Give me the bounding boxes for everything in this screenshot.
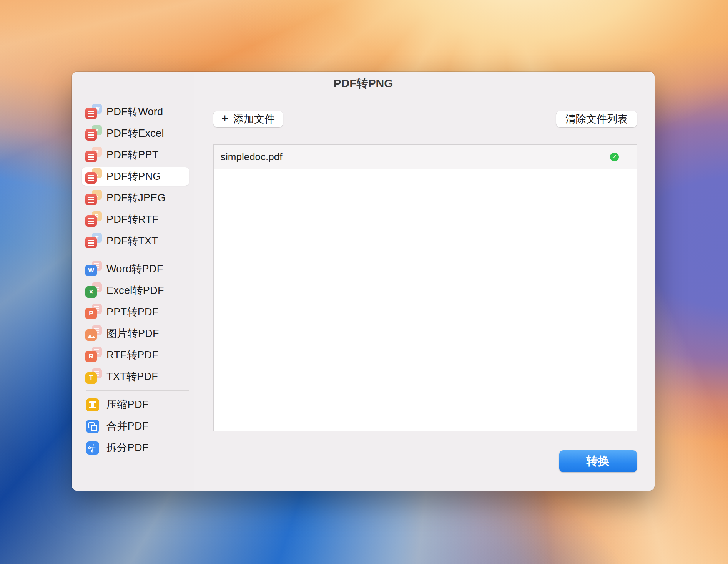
sidebar-item-word-to-pdf[interactable]: W Word转PDF [72, 258, 194, 280]
sidebar-item-pdf-to-excel[interactable]: × PDF转Excel [72, 123, 194, 144]
pdf-to-ppt-icon: P [85, 147, 102, 163]
pdf-to-word-icon: W [85, 104, 102, 120]
sidebar-item-image-to-pdf[interactable]: 图片转PDF [72, 323, 194, 344]
sidebar-item-label: PDF转TXT [106, 234, 158, 248]
pdf-to-txt-icon: T [85, 233, 102, 249]
sidebar-item-ppt-to-pdf[interactable]: P PPT转PDF [72, 301, 194, 323]
file-name: simpledoc.pdf [221, 151, 282, 163]
sidebar: W PDF转Word × PDF转Excel P PDF转PPT PDF转PNG [72, 72, 194, 491]
sidebar-item-pdf-to-txt[interactable]: T PDF转TXT [72, 230, 194, 252]
convert-button-label: 转换 [586, 453, 610, 469]
sidebar-item-label: RTF转PDF [106, 348, 158, 362]
sidebar-item-label: PDF转RTF [106, 212, 158, 226]
sidebar-item-pdf-to-rtf[interactable]: R PDF转RTF [72, 209, 194, 230]
main-content: + 添加文件 清除文件列表 simpledoc.pdf ✓ 转换 [194, 72, 655, 491]
sidebar-item-pdf-to-png[interactable]: PDF转PNG [72, 166, 194, 187]
image-to-pdf-icon [85, 325, 102, 342]
sidebar-item-label: PDF转PNG [106, 169, 161, 183]
ppt-to-pdf-icon: P [85, 304, 102, 320]
pdf-to-jpeg-icon [85, 190, 102, 206]
scissors-icon [87, 442, 99, 454]
sidebar-item-label: PDF转Excel [106, 126, 164, 140]
check-circle-icon: ✓ [610, 153, 619, 161]
sidebar-item-txt-to-pdf[interactable]: T TXT转PDF [72, 366, 194, 387]
split-pdf-icon [85, 440, 102, 456]
rtf-to-pdf-icon: R [85, 347, 102, 363]
pdf-to-excel-icon: × [85, 125, 102, 141]
sidebar-item-label: Word转PDF [106, 262, 163, 276]
sidebar-item-label: 图片转PDF [106, 327, 159, 340]
sidebar-item-label: PPT转PDF [106, 305, 159, 319]
merge-pdf-icon [85, 418, 102, 434]
sidebar-divider [86, 390, 189, 391]
convert-button[interactable]: 转换 [559, 450, 637, 472]
sidebar-item-pdf-to-word[interactable]: W PDF转Word [72, 101, 194, 123]
sidebar-item-compress-pdf[interactable]: 压缩PDF [72, 394, 194, 415]
clear-file-list-label: 清除文件列表 [565, 112, 628, 126]
sidebar-item-label: PDF转JPEG [106, 191, 166, 205]
file-list-panel: simpledoc.pdf ✓ [213, 144, 637, 431]
add-file-label: 添加文件 [233, 112, 275, 126]
txt-to-pdf-icon: T [85, 368, 102, 385]
sidebar-item-label: PDF转PPT [106, 148, 159, 162]
sidebar-item-label: 拆分PDF [106, 441, 149, 455]
sidebar-item-label: 压缩PDF [106, 398, 149, 411]
clear-file-list-button[interactable]: 清除文件列表 [556, 111, 637, 127]
sidebar-item-excel-to-pdf[interactable]: × Excel转PDF [72, 280, 194, 301]
desktop-wallpaper: { "window": { "title": "PDF转PNG" }, "sid… [0, 0, 728, 564]
excel-to-pdf-icon: × [85, 282, 102, 299]
sidebar-item-label: 合并PDF [106, 419, 149, 433]
sidebar-item-merge-pdf[interactable]: 合并PDF [72, 415, 194, 437]
sidebar-item-label: TXT转PDF [106, 370, 158, 383]
sidebar-item-rtf-to-pdf[interactable]: R RTF转PDF [72, 344, 194, 366]
sidebar-item-pdf-to-ppt[interactable]: P PDF转PPT [72, 144, 194, 166]
pdf-to-rtf-icon: R [85, 211, 102, 227]
sidebar-item-split-pdf[interactable]: 拆分PDF [72, 437, 194, 458]
app-window: PDF转PNG W PDF转Word × PDF转Excel P PDF转PPT [72, 72, 655, 491]
sidebar-item-pdf-to-jpeg[interactable]: PDF转JPEG [72, 187, 194, 209]
file-row[interactable]: simpledoc.pdf ✓ [214, 145, 637, 169]
pdf-to-png-icon [85, 168, 102, 184]
sidebar-divider [86, 255, 189, 255]
sidebar-item-label: PDF转Word [106, 105, 163, 119]
add-file-button[interactable]: + 添加文件 [213, 111, 283, 127]
compress-pdf-icon [85, 396, 102, 413]
word-to-pdf-icon: W [85, 261, 102, 277]
sidebar-item-label: Excel转PDF [106, 284, 164, 297]
